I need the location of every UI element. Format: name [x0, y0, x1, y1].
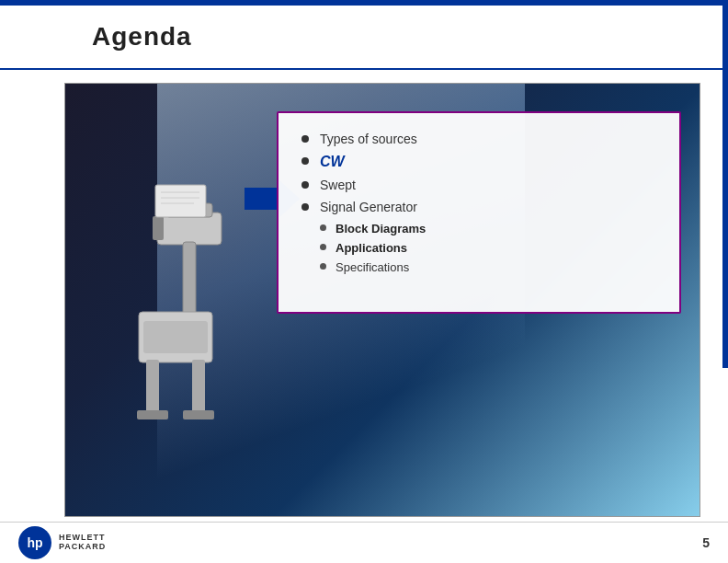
sub-list-item-block: Block Diagrams: [320, 222, 656, 236]
bullet-text-swept: Swept: [320, 178, 356, 192]
sub-bullet-dot: [320, 224, 326, 231]
sub-list-item-specifications: Specifications: [320, 260, 656, 274]
bullet-dot: [301, 203, 309, 211]
sub-bullet-dot: [320, 263, 326, 270]
svg-rect-3: [183, 242, 196, 316]
slide-area: Types of sources CW Swept Signal Generat…: [64, 83, 700, 517]
header: Agenda: [0, 6, 728, 70]
page-title: Agenda: [92, 22, 192, 52]
svg-rect-9: [183, 410, 214, 419]
projector-illustration: [84, 176, 267, 498]
bullet-text-types: Types of sources: [320, 132, 417, 146]
hp-logo-icon: hp: [18, 526, 51, 559]
bullet-dot: [301, 181, 309, 189]
company-logo: hp HEWLETT PACKARD: [18, 526, 106, 559]
content-box: Types of sources CW Swept Signal Generat…: [277, 111, 681, 314]
sub-bullet-text-applications: Applications: [336, 241, 407, 255]
footer: hp HEWLETT PACKARD 5: [0, 522, 728, 563]
list-item-types: Types of sources: [301, 132, 656, 146]
list-item-cw: CW: [301, 154, 656, 170]
bullet-text-cw: CW: [320, 154, 345, 170]
bullet-dot: [301, 157, 309, 165]
svg-rect-10: [155, 185, 206, 217]
sub-bullet-list: Block Diagrams Applications Specificatio…: [320, 222, 656, 274]
svg-rect-6: [146, 360, 159, 415]
list-item-swept: Swept: [301, 178, 656, 192]
company-name: HEWLETT PACKARD: [59, 534, 106, 552]
svg-rect-2: [153, 216, 164, 240]
main-content: Types of sources CW Swept Signal Generat…: [64, 74, 700, 517]
svg-rect-7: [192, 360, 205, 415]
sub-bullet-text-block: Block Diagrams: [336, 222, 426, 236]
list-item-signal: Signal Generator: [301, 200, 656, 214]
sub-bullet-dot: [320, 244, 326, 250]
sub-bullet-text-specifications: Specifications: [336, 260, 409, 274]
page-number: 5: [702, 535, 710, 550]
bullet-dot: [301, 135, 309, 143]
main-bullet-list: Types of sources CW Swept Signal Generat…: [301, 132, 656, 214]
bullet-text-signal: Signal Generator: [320, 200, 417, 214]
company-line2: PACKARD: [59, 543, 106, 552]
sub-list-item-applications: Applications: [320, 241, 656, 255]
svg-rect-5: [143, 321, 208, 353]
right-decorative-line: [722, 0, 728, 368]
svg-rect-8: [137, 410, 168, 419]
